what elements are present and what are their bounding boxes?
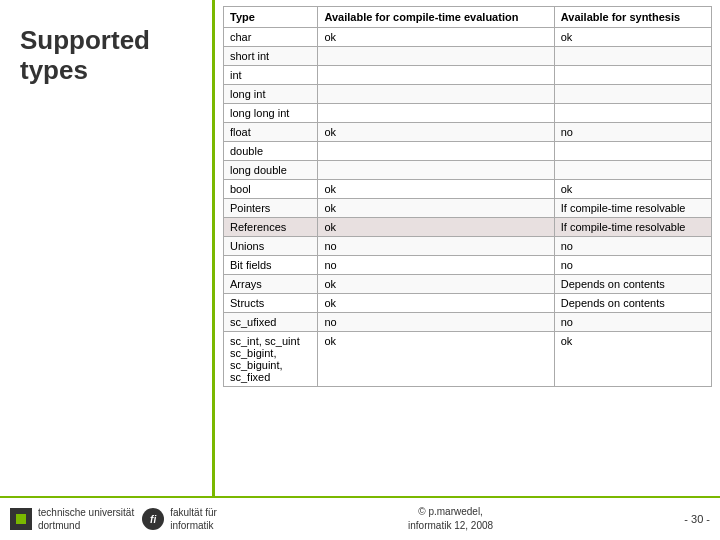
table-row: ArraysokDepends on contents (224, 275, 712, 294)
cell-synthesis: ok (554, 28, 711, 47)
cell-compile: ok (318, 332, 554, 387)
cell-compile (318, 85, 554, 104)
cell-synthesis: Depends on contents (554, 294, 711, 313)
cell-synthesis (554, 85, 711, 104)
footer-center-text: © p.marwedel, informatik 12, 2008 (408, 505, 493, 533)
footer-fi: fi fakultät für informatik (142, 506, 217, 532)
fi-logo-icon: fi (142, 508, 164, 530)
cell-synthesis: no (554, 237, 711, 256)
tu-logo-icon (10, 508, 32, 530)
cell-compile (318, 142, 554, 161)
cell-compile (318, 47, 554, 66)
col-header-type: Type (224, 7, 318, 28)
cell-compile: ok (318, 180, 554, 199)
cell-synthesis (554, 104, 711, 123)
footer-uni-line2: dortmund (38, 519, 134, 532)
cell-type: sc_int, sc_uint sc_bigint, sc_biguint, s… (224, 332, 318, 387)
cell-type: float (224, 123, 318, 142)
footer-fi-line2: informatik (170, 519, 217, 532)
footer-uni-line1: technische universität (38, 506, 134, 519)
footer: technische universität dortmund fi fakul… (0, 496, 720, 540)
col-header-synthesis: Available for synthesis (554, 7, 711, 28)
cell-synthesis: no (554, 313, 711, 332)
cell-compile: no (318, 237, 554, 256)
tu-logo-inner (16, 514, 26, 524)
main-layout: Supported types Type Available for compi… (0, 0, 720, 496)
cell-synthesis (554, 66, 711, 85)
cell-type: bool (224, 180, 318, 199)
table-row: sc_ufixednono (224, 313, 712, 332)
table-row: short int (224, 47, 712, 66)
cell-type: Arrays (224, 275, 318, 294)
right-panel: Type Available for compile-time evaluati… (215, 0, 720, 496)
cell-type: int (224, 66, 318, 85)
table-row: long int (224, 85, 712, 104)
footer-center-line1: © p.marwedel, (408, 505, 493, 519)
cell-type: long long int (224, 104, 318, 123)
cell-compile: ok (318, 28, 554, 47)
table-row: sc_int, sc_uint sc_bigint, sc_biguint, s… (224, 332, 712, 387)
cell-synthesis (554, 47, 711, 66)
footer-university-text: technische universität dortmund (38, 506, 134, 532)
cell-synthesis (554, 142, 711, 161)
cell-compile: ok (318, 218, 554, 237)
cell-compile: ok (318, 199, 554, 218)
footer-center-line2: informatik 12, 2008 (408, 519, 493, 533)
table-row: StructsokDepends on contents (224, 294, 712, 313)
cell-synthesis: If compile-time resolvable (554, 199, 711, 218)
cell-compile: ok (318, 123, 554, 142)
cell-synthesis (554, 161, 711, 180)
footer-page-number: - 30 - (684, 513, 710, 525)
cell-type: long double (224, 161, 318, 180)
cell-synthesis: ok (554, 332, 711, 387)
cell-type: double (224, 142, 318, 161)
types-table: Type Available for compile-time evaluati… (223, 6, 712, 387)
cell-compile (318, 104, 554, 123)
cell-type: Unions (224, 237, 318, 256)
cell-synthesis: no (554, 123, 711, 142)
cell-compile: ok (318, 294, 554, 313)
cell-type: short int (224, 47, 318, 66)
footer-fi-text: fakultät für informatik (170, 506, 217, 532)
page-title-line2: types (20, 56, 192, 86)
table-row: Unionsnono (224, 237, 712, 256)
cell-type: Structs (224, 294, 318, 313)
footer-left: technische universität dortmund fi fakul… (10, 506, 217, 532)
cell-compile: ok (318, 275, 554, 294)
cell-compile: no (318, 256, 554, 275)
footer-fi-line1: fakultät für (170, 506, 217, 519)
table-row: double (224, 142, 712, 161)
cell-type: Bit fields (224, 256, 318, 275)
table-row: Bit fieldsnono (224, 256, 712, 275)
cell-synthesis: no (554, 256, 711, 275)
cell-type: sc_ufixed (224, 313, 318, 332)
cell-type: char (224, 28, 318, 47)
cell-compile: no (318, 313, 554, 332)
cell-synthesis: ok (554, 180, 711, 199)
tu-logo: technische universität dortmund (10, 506, 134, 532)
table-row: floatokno (224, 123, 712, 142)
title-block: Supported types (20, 26, 192, 86)
col-header-compile: Available for compile-time evaluation (318, 7, 554, 28)
table-row: ReferencesokIf compile-time resolvable (224, 218, 712, 237)
cell-synthesis: If compile-time resolvable (554, 218, 711, 237)
table-row: PointersokIf compile-time resolvable (224, 199, 712, 218)
table-row: int (224, 66, 712, 85)
page-title-line1: Supported (20, 26, 192, 56)
table-row: boolokok (224, 180, 712, 199)
cell-compile (318, 161, 554, 180)
table-row: long long int (224, 104, 712, 123)
cell-type: References (224, 218, 318, 237)
cell-synthesis: Depends on contents (554, 275, 711, 294)
left-panel: Supported types (0, 0, 215, 496)
cell-compile (318, 66, 554, 85)
cell-type: long int (224, 85, 318, 104)
table-header-row: Type Available for compile-time evaluati… (224, 7, 712, 28)
table-row: long double (224, 161, 712, 180)
cell-type: Pointers (224, 199, 318, 218)
table-row: charokok (224, 28, 712, 47)
